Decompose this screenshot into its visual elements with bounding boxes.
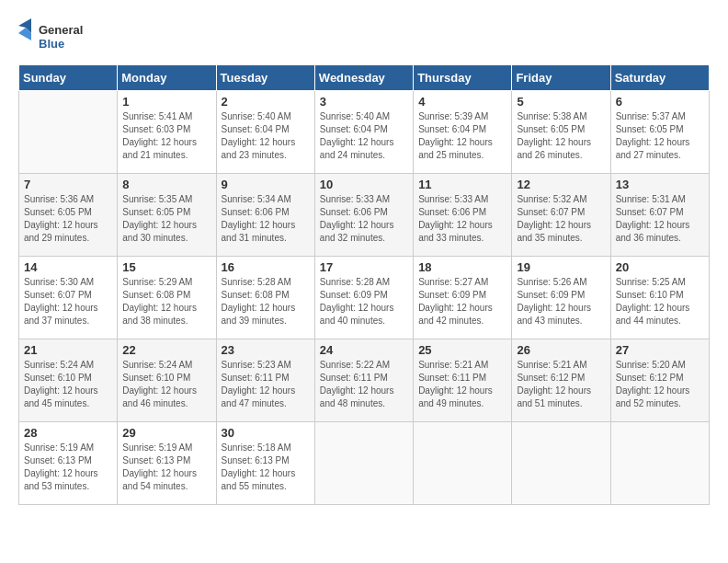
day-info: Sunrise: 5:39 AM Sunset: 6:04 PM Dayligh…	[418, 110, 506, 162]
day-number: 12	[517, 178, 605, 191]
day-cell: 24 Sunrise: 5:22 AM Sunset: 6:11 PM Dayl…	[314, 339, 413, 422]
daylight-text: Daylight: 12 hours and 55 minutes.	[222, 467, 310, 493]
day-info: Sunrise: 5:28 AM Sunset: 6:08 PM Dayligh…	[222, 276, 310, 327]
daylight-text: Daylight: 12 hours and 36 minutes.	[616, 219, 704, 245]
day-info: Sunrise: 5:34 AM Sunset: 6:06 PM Dayligh…	[222, 193, 310, 245]
day-cell: 15 Sunrise: 5:29 AM Sunset: 6:08 PM Dayl…	[118, 257, 216, 339]
day-info: Sunrise: 5:27 AM Sunset: 6:09 PM Dayligh…	[418, 276, 506, 327]
day-header-tuesday: Tuesday	[216, 65, 314, 91]
day-cell: 9 Sunrise: 5:34 AM Sunset: 6:06 PM Dayli…	[216, 174, 314, 257]
day-number: 9	[222, 178, 310, 191]
day-info: Sunrise: 5:31 AM Sunset: 6:07 PM Dayligh…	[616, 193, 704, 245]
day-cell: 16 Sunrise: 5:28 AM Sunset: 6:08 PM Dayl…	[216, 257, 314, 339]
sunset-text: Sunset: 6:09 PM	[517, 289, 605, 302]
sunset-text: Sunset: 6:04 PM	[418, 123, 506, 136]
daylight-text: Daylight: 12 hours and 52 minutes.	[616, 385, 704, 410]
sunset-text: Sunset: 6:07 PM	[24, 289, 112, 302]
daylight-text: Daylight: 12 hours and 24 minutes.	[320, 136, 408, 162]
sunrise-text: Sunrise: 5:18 AM	[222, 442, 310, 454]
daylight-text: Daylight: 12 hours and 53 minutes.	[24, 467, 112, 493]
daylight-text: Daylight: 12 hours and 39 minutes.	[222, 302, 310, 327]
day-number: 10	[320, 178, 408, 191]
day-header-sunday: Sunday	[19, 65, 118, 91]
sunrise-text: Sunrise: 5:38 AM	[517, 110, 605, 123]
sunrise-text: Sunrise: 5:30 AM	[24, 276, 112, 289]
day-info: Sunrise: 5:40 AM Sunset: 6:04 PM Dayligh…	[222, 110, 310, 162]
daylight-text: Daylight: 12 hours and 47 minutes.	[222, 385, 310, 410]
week-row-5: 28 Sunrise: 5:19 AM Sunset: 6:13 PM Dayl…	[19, 422, 710, 505]
day-cell: 2 Sunrise: 5:40 AM Sunset: 6:04 PM Dayli…	[216, 91, 314, 174]
day-cell	[512, 422, 610, 505]
calendar-table: SundayMondayTuesdayWednesdayThursdayFrid…	[18, 64, 710, 505]
sunset-text: Sunset: 6:06 PM	[418, 206, 506, 219]
day-info: Sunrise: 5:30 AM Sunset: 6:07 PM Dayligh…	[24, 276, 112, 327]
daylight-text: Daylight: 12 hours and 54 minutes.	[122, 467, 210, 493]
logo-svg: GeneralBlue	[18, 18, 83, 55]
day-info: Sunrise: 5:40 AM Sunset: 6:04 PM Dayligh…	[320, 110, 408, 162]
sunrise-text: Sunrise: 5:28 AM	[320, 276, 408, 289]
day-info: Sunrise: 5:22 AM Sunset: 6:11 PM Dayligh…	[320, 359, 408, 410]
daylight-text: Daylight: 12 hours and 29 minutes.	[24, 219, 112, 245]
day-number: 3	[320, 95, 408, 109]
daylight-text: Daylight: 12 hours and 40 minutes.	[320, 302, 408, 327]
daylight-text: Daylight: 12 hours and 42 minutes.	[418, 302, 506, 327]
day-number: 25	[418, 343, 506, 357]
day-info: Sunrise: 5:28 AM Sunset: 6:09 PM Dayligh…	[320, 276, 408, 327]
day-info: Sunrise: 5:33 AM Sunset: 6:06 PM Dayligh…	[418, 193, 506, 245]
sunset-text: Sunset: 6:04 PM	[222, 123, 310, 136]
sunrise-text: Sunrise: 5:37 AM	[616, 110, 704, 123]
day-number: 6	[616, 95, 704, 109]
sunrise-text: Sunrise: 5:39 AM	[418, 110, 506, 123]
sunset-text: Sunset: 6:08 PM	[122, 289, 210, 302]
sunrise-text: Sunrise: 5:33 AM	[320, 193, 408, 206]
sunset-text: Sunset: 6:04 PM	[320, 123, 408, 136]
day-info: Sunrise: 5:23 AM Sunset: 6:11 PM Dayligh…	[222, 359, 310, 410]
sunset-text: Sunset: 6:11 PM	[320, 372, 408, 385]
day-number: 17	[320, 260, 408, 274]
day-cell: 23 Sunrise: 5:23 AM Sunset: 6:11 PM Dayl…	[216, 339, 314, 422]
daylight-text: Daylight: 12 hours and 32 minutes.	[320, 219, 408, 245]
day-number: 29	[122, 426, 210, 440]
day-cell: 10 Sunrise: 5:33 AM Sunset: 6:06 PM Dayl…	[314, 174, 413, 257]
day-cell: 30 Sunrise: 5:18 AM Sunset: 6:13 PM Dayl…	[216, 422, 314, 505]
day-number: 1	[122, 95, 210, 109]
header-row: SundayMondayTuesdayWednesdayThursdayFrid…	[19, 65, 710, 91]
day-cell: 19 Sunrise: 5:26 AM Sunset: 6:09 PM Dayl…	[512, 257, 610, 339]
day-info: Sunrise: 5:20 AM Sunset: 6:12 PM Dayligh…	[616, 359, 704, 410]
sunset-text: Sunset: 6:07 PM	[616, 206, 704, 219]
page-header: GeneralBlue	[18, 18, 710, 55]
sunset-text: Sunset: 6:10 PM	[616, 289, 704, 302]
day-number: 28	[24, 426, 112, 440]
day-info: Sunrise: 5:29 AM Sunset: 6:08 PM Dayligh…	[122, 276, 210, 327]
day-cell: 4 Sunrise: 5:39 AM Sunset: 6:04 PM Dayli…	[414, 91, 512, 174]
day-info: Sunrise: 5:35 AM Sunset: 6:05 PM Dayligh…	[122, 193, 210, 245]
sunset-text: Sunset: 6:05 PM	[616, 123, 704, 136]
day-info: Sunrise: 5:26 AM Sunset: 6:09 PM Dayligh…	[517, 276, 605, 327]
sunset-text: Sunset: 6:07 PM	[517, 206, 605, 219]
day-number: 21	[24, 343, 112, 357]
week-row-4: 21 Sunrise: 5:24 AM Sunset: 6:10 PM Dayl…	[19, 339, 710, 422]
sunset-text: Sunset: 6:05 PM	[517, 123, 605, 136]
daylight-text: Daylight: 12 hours and 38 minutes.	[122, 302, 210, 327]
day-header-monday: Monday	[118, 65, 216, 91]
sunrise-text: Sunrise: 5:23 AM	[222, 359, 310, 372]
day-cell: 25 Sunrise: 5:21 AM Sunset: 6:11 PM Dayl…	[414, 339, 512, 422]
sunrise-text: Sunrise: 5:35 AM	[122, 193, 210, 206]
day-cell: 21 Sunrise: 5:24 AM Sunset: 6:10 PM Dayl…	[19, 339, 118, 422]
day-number: 27	[616, 343, 704, 357]
sunrise-text: Sunrise: 5:21 AM	[517, 359, 605, 372]
sunrise-text: Sunrise: 5:19 AM	[24, 442, 112, 454]
sunset-text: Sunset: 6:11 PM	[222, 372, 310, 385]
day-cell: 7 Sunrise: 5:36 AM Sunset: 6:05 PM Dayli…	[19, 174, 118, 257]
day-cell: 5 Sunrise: 5:38 AM Sunset: 6:05 PM Dayli…	[512, 91, 610, 174]
day-cell: 17 Sunrise: 5:28 AM Sunset: 6:09 PM Dayl…	[314, 257, 413, 339]
day-cell: 28 Sunrise: 5:19 AM Sunset: 6:13 PM Dayl…	[19, 422, 118, 505]
day-header-friday: Friday	[512, 65, 610, 91]
day-cell: 22 Sunrise: 5:24 AM Sunset: 6:10 PM Dayl…	[118, 339, 216, 422]
day-number: 4	[418, 95, 506, 109]
sunset-text: Sunset: 6:05 PM	[122, 206, 210, 219]
day-info: Sunrise: 5:32 AM Sunset: 6:07 PM Dayligh…	[517, 193, 605, 245]
day-cell: 11 Sunrise: 5:33 AM Sunset: 6:06 PM Dayl…	[414, 174, 512, 257]
sunset-text: Sunset: 6:09 PM	[418, 289, 506, 302]
day-number: 20	[616, 260, 704, 274]
